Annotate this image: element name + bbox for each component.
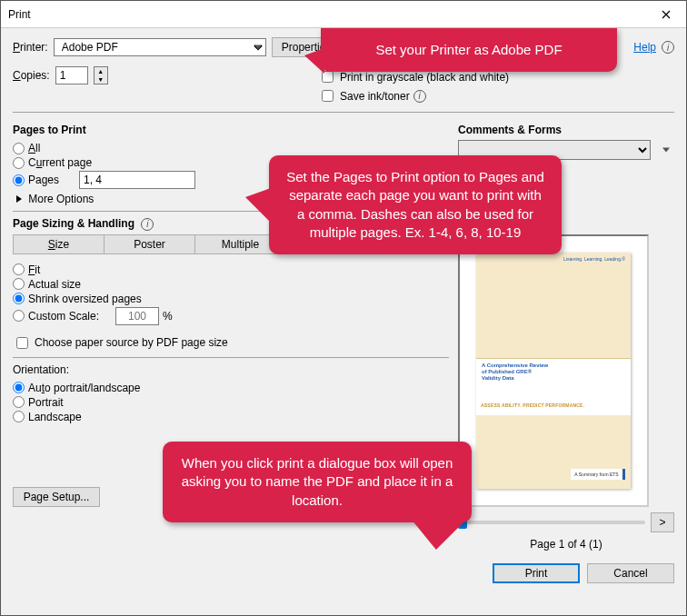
printer-select-wrap: Adobe PDF (54, 38, 266, 56)
close-icon (662, 10, 671, 19)
copies-up[interactable]: ▲ (95, 67, 107, 75)
comments-forms-title: Comments & Forms (458, 124, 674, 136)
help-info-icon[interactable]: i (662, 41, 674, 54)
orientation-landscape-radio[interactable]: Landscape (13, 411, 449, 423)
printer-label: Printer: (13, 41, 48, 54)
printer-select[interactable]: Adobe PDF (54, 38, 266, 56)
pages-to-print-title: Pages to Print (13, 124, 449, 136)
pages-all-radio[interactable]: All (13, 142, 449, 154)
page-setup-button[interactable]: Page Setup... (13, 487, 100, 507)
saveink-info-icon[interactable]: i (413, 90, 426, 103)
print-dialog: Print Printer: Adobe PDF Properties Adva… (0, 0, 687, 616)
preview-next-button[interactable]: > (651, 512, 674, 532)
orientation-auto-radio[interactable]: Auto portrait/landscape (13, 382, 449, 394)
callout-pages-to-print: Set the Pages to Print option to Pages a… (269, 155, 562, 254)
orientation-title: Orientation: (13, 363, 449, 376)
custom-scale-input (115, 307, 159, 325)
sizing-info-icon[interactable]: i (141, 218, 154, 231)
titlebar: Print (1, 1, 686, 28)
poster-button[interactable]: Poster (104, 234, 194, 254)
pages-range-input[interactable] (79, 171, 195, 189)
help-link[interactable]: Help (633, 41, 656, 54)
preview-page: Listening. Learning. Leading.® A Compreh… (476, 253, 631, 489)
copies-input[interactable] (55, 66, 88, 84)
callout-set-printer: Set your Printer as Adobe PDF (321, 28, 617, 72)
page-counter: Page 1 of 4 (1) (458, 538, 674, 551)
cancel-button[interactable]: Cancel (587, 563, 674, 583)
preview-slider[interactable] (458, 521, 645, 524)
orientation-portrait-radio[interactable]: Portrait (13, 396, 449, 409)
window-title: Print (8, 8, 645, 21)
dialog-body: Printer: Adobe PDF Properties Advanced H… (1, 28, 686, 615)
preview-summary-box: A Summary from ETS (571, 469, 625, 480)
copies-spinner[interactable]: ▲ ▼ (94, 66, 108, 84)
close-button[interactable] (645, 1, 686, 28)
preview-area: Listening. Learning. Leading.® A Compreh… (458, 234, 649, 507)
triangle-right-icon (16, 195, 22, 203)
save-ink-checkbox[interactable]: Save ink/toner i (318, 87, 509, 104)
choose-paper-source-checkbox[interactable]: Choose paper source by PDF page size (13, 334, 449, 352)
custom-scale-radio[interactable]: Custom Scale: % (13, 307, 449, 325)
copies-down[interactable]: ▼ (95, 75, 107, 84)
callout-print-dialogue: When you click print a dialogue box will… (163, 442, 472, 522)
copies-label: Copies: (13, 69, 50, 82)
actual-size-radio[interactable]: Actual size (13, 278, 449, 291)
print-button[interactable]: Print (493, 563, 580, 583)
shrink-radio[interactable]: Shrink oversized pages (13, 293, 449, 305)
fit-radio[interactable]: Fit (13, 263, 449, 276)
preview-corner-text: Listening. Learning. Leading.® (563, 256, 625, 262)
size-button[interactable]: Size (13, 234, 104, 254)
